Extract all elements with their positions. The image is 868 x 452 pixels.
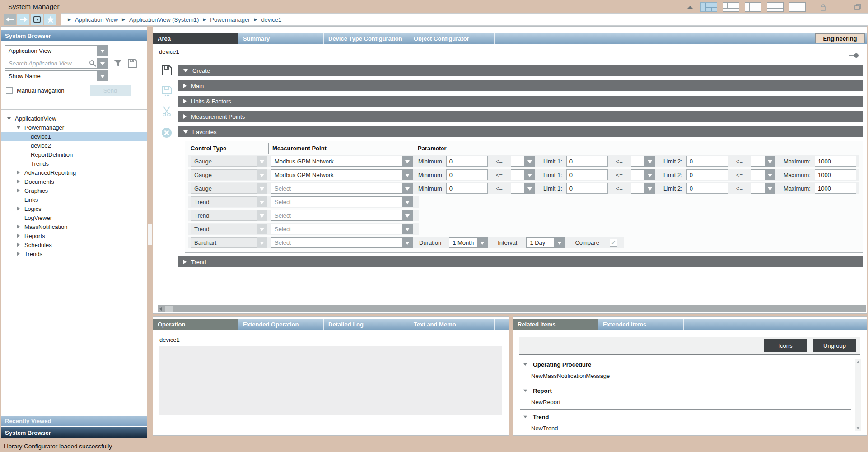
expander-icon[interactable] xyxy=(15,170,21,175)
splitter-handle[interactable] xyxy=(148,224,152,245)
chevron-down-icon[interactable] xyxy=(257,183,267,194)
list-item-newtrend[interactable]: NewTrend xyxy=(520,423,851,434)
chevron-down-icon[interactable] xyxy=(257,169,267,180)
chevron-down-icon[interactable] xyxy=(257,237,267,248)
cut-icon[interactable] xyxy=(162,106,172,119)
chevron-down-icon[interactable] xyxy=(524,156,535,167)
operator-dropdown[interactable] xyxy=(511,183,535,194)
tree-item-links[interactable]: Links xyxy=(1,195,147,204)
breadcrumb-powermanager[interactable]: Powermanager xyxy=(210,16,250,23)
minimum-input[interactable] xyxy=(446,156,488,167)
tab-extended-operation[interactable]: Extended Operation xyxy=(238,319,324,330)
vertical-scrollbar[interactable] xyxy=(855,359,861,431)
back-button[interactable] xyxy=(4,14,16,25)
expander-icon[interactable] xyxy=(15,252,21,256)
chevron-down-icon[interactable] xyxy=(97,70,108,81)
layout-grid-button[interactable] xyxy=(767,2,784,12)
tree-item-advancedreporting[interactable]: AdvancedReporting xyxy=(1,168,147,177)
tab-text-and-memo[interactable]: Text and Memo xyxy=(409,319,495,330)
operator-dropdown[interactable] xyxy=(751,169,775,180)
limit1-input[interactable] xyxy=(566,156,608,167)
search-input[interactable] xyxy=(9,60,89,67)
control-type-dropdown[interactable]: Trend xyxy=(191,196,267,207)
lock-icon[interactable] xyxy=(820,4,826,11)
layout-split-bottom-button[interactable] xyxy=(723,2,739,12)
operator-dropdown[interactable] xyxy=(751,156,775,167)
measurement-point-dropdown[interactable]: Select xyxy=(271,224,413,234)
manual-navigation-checkbox[interactable] xyxy=(6,87,13,94)
ungroup-button[interactable]: Ungroup xyxy=(813,339,856,352)
save-search-icon[interactable] xyxy=(128,59,137,68)
expander-icon[interactable] xyxy=(15,233,21,238)
tree-item-trends-child[interactable]: Trends xyxy=(1,159,147,168)
expander-icon[interactable] xyxy=(15,224,21,229)
chevron-down-icon[interactable] xyxy=(644,183,655,194)
limit2-input[interactable] xyxy=(686,169,728,180)
tree-item-documents[interactable]: Documents xyxy=(1,177,147,186)
section-favorites[interactable]: Favorites xyxy=(178,126,863,137)
tree-item-reports[interactable]: Reports xyxy=(1,231,147,240)
layout-left-column-button[interactable] xyxy=(745,2,761,12)
section-main[interactable]: Main xyxy=(178,80,863,91)
chevron-down-icon[interactable] xyxy=(402,210,413,221)
tab-detailed-log[interactable]: Detailed Log xyxy=(324,319,409,330)
section-create[interactable]: Create xyxy=(178,65,863,76)
collapse-top-icon[interactable] xyxy=(685,4,695,10)
expander-icon[interactable] xyxy=(15,242,21,247)
chevron-down-icon[interactable] xyxy=(477,237,488,248)
save-icon[interactable] xyxy=(162,65,172,77)
maximum-input[interactable] xyxy=(815,156,856,167)
minimum-input[interactable] xyxy=(446,169,488,180)
tree-item-device2[interactable]: device2 xyxy=(1,141,147,150)
pin-icon[interactable] xyxy=(849,52,859,60)
chevron-down-icon[interactable] xyxy=(402,237,413,248)
tab-extended-items[interactable]: Extended Items xyxy=(598,319,684,330)
expander-icon[interactable] xyxy=(15,179,21,184)
chevron-down-icon[interactable] xyxy=(765,183,775,194)
system-browser-bar[interactable]: System Browser xyxy=(1,427,147,438)
scrollbar-thumb[interactable] xyxy=(165,306,173,312)
minimize-button[interactable] xyxy=(843,5,849,10)
chevron-down-icon[interactable] xyxy=(257,210,267,221)
tab-related-items[interactable]: Related Items xyxy=(513,319,598,330)
expander-icon[interactable] xyxy=(15,206,21,211)
measurement-point-dropdown[interactable]: Select xyxy=(271,210,413,221)
tree-item-reportdefinition[interactable]: ReportDefinition xyxy=(1,150,147,159)
control-type-dropdown[interactable]: Trend xyxy=(191,224,267,234)
measurement-point-dropdown[interactable]: Select xyxy=(271,237,413,248)
display-mode-dropdown[interactable]: Show Name xyxy=(5,70,108,81)
tree-item-logics[interactable]: Logics xyxy=(1,204,147,213)
tree-item-graphics[interactable]: Graphics xyxy=(1,186,147,195)
layout-single-pane-button[interactable] xyxy=(789,2,806,12)
expander-icon[interactable] xyxy=(6,117,12,120)
chevron-down-icon[interactable] xyxy=(644,156,655,167)
icons-button[interactable]: Icons xyxy=(764,339,807,352)
tree-item-massnotification[interactable]: MassNotification xyxy=(1,222,147,231)
tab-device-type-configuration[interactable]: Device Type Configuration xyxy=(324,33,409,44)
list-item-newreport[interactable]: NewReport xyxy=(520,396,851,408)
tree-item-schedules[interactable]: Schedules xyxy=(1,240,147,249)
send-button[interactable]: Send xyxy=(90,85,131,96)
chevron-down-icon[interactable] xyxy=(97,45,108,56)
control-type-dropdown[interactable]: Trend xyxy=(191,210,267,221)
recently-viewed-bar[interactable]: Recently Viewed xyxy=(1,416,147,427)
breadcrumb-device1[interactable]: device1 xyxy=(261,16,281,23)
cancel-icon[interactable] xyxy=(161,127,172,140)
horizontal-scrollbar[interactable] xyxy=(158,305,866,312)
operator-dropdown[interactable] xyxy=(631,169,655,180)
chevron-down-icon[interactable] xyxy=(524,169,535,180)
tab-area[interactable]: Area xyxy=(153,33,238,44)
compare-checkbox[interactable] xyxy=(610,239,617,247)
control-type-dropdown[interactable]: Gauge xyxy=(191,156,267,167)
tree-item-device1[interactable]: device1 xyxy=(1,132,147,141)
chevron-down-icon[interactable] xyxy=(644,169,655,180)
chevron-down-icon[interactable] xyxy=(402,224,413,234)
favorites-star-icon[interactable] xyxy=(44,14,56,25)
search-icon[interactable] xyxy=(89,60,96,67)
chevron-down-icon[interactable] xyxy=(554,237,565,248)
control-type-dropdown[interactable]: Gauge xyxy=(191,169,267,180)
tab-object-configurator[interactable]: Object Configurator xyxy=(409,33,495,44)
chevron-down-icon[interactable] xyxy=(97,58,108,69)
engineering-mode-button[interactable]: Engineering xyxy=(815,33,865,43)
measurement-point-dropdown[interactable]: Modbus GPM Network xyxy=(271,169,413,180)
